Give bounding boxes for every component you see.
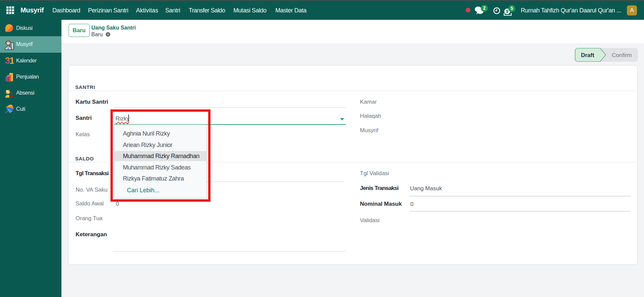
svg-text:Confirm: Confirm <box>612 52 632 58</box>
svg-text:$: $ <box>506 9 508 14</box>
svg-text:Draft: Draft <box>581 52 594 58</box>
